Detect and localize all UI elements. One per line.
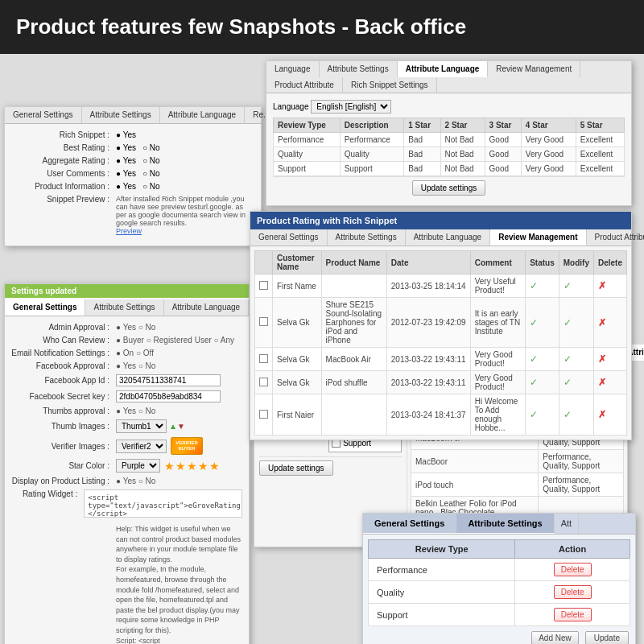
modify-check[interactable]: ✓: [564, 353, 572, 365]
facebook-appid-input[interactable]: [116, 374, 221, 386]
update-settings-button-pa[interactable]: Update settings: [259, 460, 333, 476]
tab-reviewmgmt-rm[interactable]: Review Management: [490, 229, 586, 246]
tab-attr-rm[interactable]: Attribute Settings: [328, 229, 406, 246]
modify-check[interactable]: ✓: [564, 317, 572, 328]
row-checkbox[interactable]: [259, 410, 268, 419]
tab-general-gs[interactable]: General Settings: [5, 299, 85, 316]
attr-lang-cell: Not Bad: [440, 147, 485, 162]
who-can-review-label: Who Can Review :: [11, 336, 116, 345]
language-select[interactable]: English [English]: [311, 100, 391, 114]
attr-lang-cell[interactable]: Support: [274, 162, 341, 176]
thumbs-approval-value: ● Yes ○ No: [116, 407, 155, 415]
review-cell: First Naier: [273, 394, 322, 436]
table-row: Selva GkiPod shuffle2013-03-22 19:43:11V…: [255, 371, 627, 394]
delete-cross[interactable]: ✗: [598, 317, 606, 328]
modify-check[interactable]: ✓: [564, 409, 572, 420]
tab-bar-rich-snippet: General Settings Attribute Settings Attr…: [5, 107, 261, 124]
row-checkbox[interactable]: [259, 354, 268, 363]
display-product-label: Display on Product Listing :: [11, 477, 116, 485]
attr-lang-cell: Excellent: [576, 133, 624, 147]
modify-check[interactable]: ✓: [564, 377, 572, 388]
delete-button[interactable]: Delete: [554, 563, 592, 576]
best-rating-label: Best Rating :: [11, 143, 116, 152]
user-comments-row: User Comments : ● Yes ○ No: [11, 169, 254, 178]
col-3star: 3 Star: [485, 118, 521, 133]
attr-lang-cell[interactable]: Quality: [274, 147, 341, 162]
modify-check[interactable]: ✓: [564, 280, 572, 291]
snippet-preview-label: Snippet Preview :: [11, 195, 116, 204]
attr-lang-cell[interactable]: Performance: [340, 133, 404, 147]
delete-button[interactable]: Delete: [554, 585, 592, 599]
tab-language[interactable]: Language: [266, 61, 320, 77]
user-comments-radio: ● Yes ○ No: [116, 169, 160, 178]
tab-review-management[interactable]: Review Management: [488, 61, 580, 77]
tab-attr-gs[interactable]: Attribute Settings: [85, 299, 163, 316]
thumb-images-select[interactable]: Thumb1: [116, 419, 167, 433]
general-settings-content: Admin Approval : ● Yes ○ No Who Can Revi…: [5, 316, 249, 644]
delete-cross[interactable]: ✗: [598, 280, 606, 291]
rating-widget-code[interactable]: <script type="text/javascript">eGroveRat…: [84, 489, 242, 518]
rating-widget-label: Rating Widget :: [11, 489, 84, 498]
attr-lang-cell[interactable]: Support: [340, 162, 404, 176]
facebook-secret-input[interactable]: [116, 390, 221, 402]
review-cell: iPod shuffle: [321, 371, 386, 394]
update-settings-button-1[interactable]: Update settings: [412, 180, 486, 196]
tab-attr-lang-rs[interactable]: Attribute Language: [160, 107, 246, 123]
attr-lang-cell[interactable]: Performance: [274, 133, 341, 147]
table-row: Selva GkShure SE215 Sound-Isolating Earp…: [255, 298, 627, 348]
aggregate-radio: ● Yes ○ No: [116, 156, 160, 165]
tab-general-rm[interactable]: General Settings: [250, 229, 328, 246]
tab-att-br[interactable]: Att: [555, 514, 579, 534]
attribute-language-table: Review Type Description 1 Star 2 Star 3 …: [273, 118, 625, 176]
attr-lang-cell: Good: [485, 162, 521, 176]
tab-rich-snippet[interactable]: Rich Snippet Settings: [343, 77, 437, 93]
product-info-label: Product Information :: [11, 182, 116, 191]
tab-general-br[interactable]: General Settings: [363, 514, 456, 534]
status-check: ✓: [530, 377, 538, 388]
tab-attribute-settings[interactable]: Attribute Settings: [320, 61, 398, 77]
star-color-select[interactable]: Purple: [116, 459, 160, 473]
tab-bar-bottom: General Settings Attribute Settings Att: [363, 514, 635, 535]
thumb-add-icon[interactable]: ▲: [169, 422, 177, 431]
attr-lang-cell: Excellent: [576, 162, 624, 176]
add-new-button[interactable]: Add New: [531, 631, 579, 644]
tab-attrlang-rm[interactable]: Attribute Language: [406, 229, 491, 246]
update-button-br[interactable]: Update: [585, 631, 629, 644]
col-date: Date: [386, 251, 470, 275]
attr-lang-cell[interactable]: Quality: [340, 147, 404, 162]
pi-yes: ● Yes: [116, 182, 136, 191]
delete-cross[interactable]: ✗: [598, 377, 606, 388]
review-type-cell: Quality: [369, 581, 515, 604]
tab-product-attribute[interactable]: Product Attribute: [266, 77, 343, 93]
delete-cross[interactable]: ✗: [598, 409, 606, 420]
tab-attr-settings-rs[interactable]: Attribute Settings: [82, 107, 160, 123]
facebook-appid-row: Facebook App Id :: [11, 374, 242, 386]
delete-button[interactable]: Delete: [554, 608, 592, 621]
tab-general[interactable]: General Settings: [5, 107, 82, 123]
tab-prodattr-rm[interactable]: Product Attribute: [587, 229, 644, 246]
verified-buyer-badge: VERIFIEDBUYER: [171, 437, 203, 455]
thumb-remove-icon[interactable]: ▼: [177, 422, 185, 431]
table-row: First Naier2013-03-24 18:41:37Hi Welcome…: [255, 394, 627, 436]
rich-snippet-content: Rich Snippet : ● Yes Best Rating : ● Yes…: [5, 124, 261, 246]
verifier-images-row: Verifier Images : Verifier2 VERIFIEDBUYE…: [11, 437, 242, 455]
help-text: Help: This widget is useful when we can …: [116, 524, 242, 644]
preview-link[interactable]: Preview: [116, 227, 142, 235]
tab-attribute-language[interactable]: Attribute Language: [398, 61, 489, 77]
delete-cross[interactable]: ✗: [598, 353, 606, 365]
tab-attr-br[interactable]: Attribute Settings: [456, 514, 554, 534]
attr-lang-cell: Very Good: [521, 133, 576, 147]
thumb-images-label: Thumb Images :: [11, 422, 116, 431]
table-row: SupportSupportBadNot BadGoodVery GoodExc…: [274, 162, 625, 176]
verifier-images-select[interactable]: Verifier2: [116, 440, 167, 453]
update-settings-bar-1: Update settings: [273, 176, 625, 199]
row-checkbox[interactable]: [259, 317, 268, 326]
col-1star: 1 Star: [404, 118, 440, 133]
tab-attrlang-gs[interactable]: Attribute Language: [164, 299, 250, 316]
row-checkbox[interactable]: [259, 281, 268, 290]
facebook-secret-row: Facebook Secret key :: [11, 390, 242, 402]
review-cell: Very Good Product!: [470, 371, 526, 394]
row-checkbox[interactable]: [259, 378, 268, 386]
review-cell: Shure SE215 Sound-Isolating Earphones fo…: [321, 298, 386, 348]
attr-lang-content: Language English [English] Review Type D…: [266, 93, 631, 205]
